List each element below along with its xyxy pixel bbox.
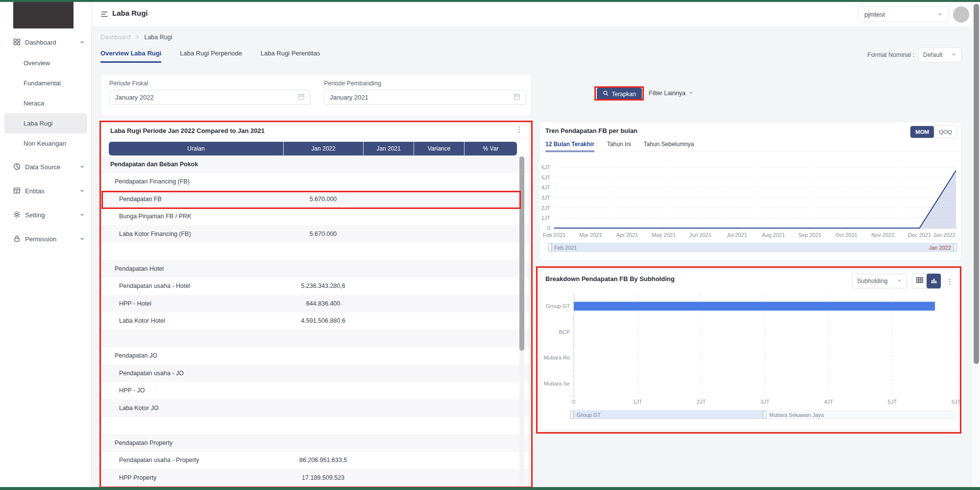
- sidebar-item-laba-rugi[interactable]: Laba Rugi: [4, 113, 87, 133]
- avatar[interactable]: [953, 6, 969, 23]
- svg-text:2JT: 2JT: [541, 205, 551, 211]
- svg-text:Mutiara Ro: Mutiara Ro: [543, 355, 570, 361]
- toggle-qoq[interactable]: QOQ: [934, 126, 957, 138]
- table-row[interactable]: HPP - Hotel644.836.400: [102, 295, 529, 312]
- row-label: Pendapatan Financing (FB): [115, 178, 190, 185]
- sidebar: DashboardOverviewFundamentalNeracaLaba R…: [0, 2, 92, 487]
- row-label: HPP - Hotel: [119, 300, 151, 307]
- format-nominal-select[interactable]: Default: [918, 48, 961, 62]
- table-row[interactable]: Pendapatan usaha - Property86.206.951.63…: [102, 452, 529, 469]
- table-row[interactable]: Pendapatan Property: [102, 434, 529, 452]
- row-label: Pendapatan FB: [119, 196, 162, 203]
- column-header-jan-2022: Jan 2022: [283, 142, 363, 155]
- chevron-down-icon: [79, 210, 85, 219]
- svg-text:BCP: BCP: [559, 329, 570, 335]
- table-row[interactable]: Pendapatan JO: [102, 347, 529, 365]
- apply-button[interactable]: Terapkan: [597, 88, 642, 100]
- sidebar-item-entitas[interactable]: Entitas: [0, 180, 92, 202]
- collapse-menu-icon[interactable]: [100, 10, 108, 18]
- slider-right-handle[interactable]: [954, 243, 957, 252]
- tab-laba-rugi-perperiode[interactable]: Laba Rugi Perperiode: [180, 50, 242, 63]
- entity-icon: [13, 187, 21, 195]
- table-row[interactable]: Laba Kotor Hotel4.591.506.880,6: [102, 312, 529, 330]
- table-row[interactable]: HPP Property17.189.509.523: [102, 469, 529, 487]
- calendar-icon: [514, 93, 520, 102]
- table-scrollbar[interactable]: [519, 156, 524, 490]
- chevron-down-icon: [951, 52, 956, 58]
- table-view-button[interactable]: [912, 274, 927, 288]
- page-scrollbar-thumb[interactable]: [974, 4, 979, 364]
- breadcrumb: Dashboard > Laba Rugi: [100, 34, 172, 41]
- slider-left-handle[interactable]: [548, 243, 552, 252]
- table-row[interactable]: Pendapatan Hotel: [102, 260, 529, 278]
- apply-button-label: Terapkan: [612, 91, 636, 98]
- periode-fiskal-input[interactable]: January 2022: [109, 90, 311, 105]
- trend-range-slider[interactable]: Feb 2021 Jan 2022: [549, 243, 956, 252]
- user-dropdown-value: pjmtest: [864, 11, 937, 18]
- user-dropdown[interactable]: pjmtest: [858, 6, 949, 22]
- table-row[interactable]: Pendapatan usaha - JO: [102, 364, 529, 382]
- tab-laba-rugi-perentitas[interactable]: Laba Rugi Perentitas: [261, 50, 320, 63]
- trend-tab-12-bulan-terakhir[interactable]: 12 Bulan Terakhir: [545, 141, 594, 152]
- window-border-top: [0, 0, 980, 2]
- sidebar-item-setting[interactable]: Setting: [0, 204, 92, 226]
- row-label: Pendapatan Property: [115, 439, 172, 446]
- table-row[interactable]: Bunga Pinjaman FB / PRK: [102, 208, 529, 226]
- table-row[interactable]: Pendapatan usaha - Hotel5.236.343.280,6: [102, 278, 529, 295]
- slider-selected-range[interactable]: [572, 411, 765, 419]
- slider-end-label: Jan 2022: [929, 245, 951, 251]
- svg-text:0: 0: [547, 225, 550, 231]
- table-grid-icon: [916, 276, 924, 286]
- trend-tab-tahun-sebelumnya[interactable]: Tahun Sebelumnya: [644, 141, 694, 152]
- svg-text:1JT: 1JT: [633, 399, 642, 405]
- grid-icon: [13, 38, 21, 46]
- chart-view-button[interactable]: [927, 274, 941, 288]
- pl-table-body: Pendapatan dan Beban PokokPendapatan Fin…: [102, 155, 529, 487]
- table-row[interactable]: Laba Kotor Financing (FB)5.670.000: [102, 225, 529, 243]
- format-nominal-label: Format Nominal :: [867, 52, 914, 58]
- svg-text:3JT: 3JT: [760, 399, 770, 405]
- sidebar-item-non-keuangan[interactable]: Non Keuangan: [0, 133, 92, 154]
- sidebar-item-dashboard[interactable]: Dashboard: [0, 31, 92, 53]
- sidebar-item-data-source[interactable]: Data Source: [0, 156, 92, 178]
- sidebar-item-permission[interactable]: Permission: [0, 228, 92, 250]
- main-tabs: Overview Laba RugiLaba Rugi PerperiodeLa…: [100, 50, 320, 63]
- table-row[interactable]: Pendapatan FB5.670.000: [102, 190, 529, 208]
- table-row[interactable]: Pendapatan Financing (FB): [102, 173, 529, 191]
- subholding-select[interactable]: Subholding: [852, 274, 907, 288]
- sidebar-item-label: Dashboard: [25, 39, 79, 46]
- kebab-menu-icon[interactable]: ⋮: [515, 126, 523, 133]
- table-row[interactable]: [102, 330, 529, 347]
- divider: [102, 138, 529, 138]
- tab-overview-laba-rugi[interactable]: Overview Laba Rugi: [100, 50, 161, 63]
- bar-group-gt[interactable]: [574, 302, 935, 310]
- kebab-menu-icon[interactable]: ⋮: [946, 278, 954, 285]
- row-value-jan-2022: 5.670.000: [283, 231, 363, 237]
- svg-text:May 2021: May 2021: [652, 232, 675, 238]
- window-border-bottom: [0, 487, 980, 490]
- table-row[interactable]: HPP - JO: [102, 382, 529, 400]
- row-label: Pendapatan JO: [115, 352, 157, 359]
- page-scrollbar[interactable]: [973, 2, 980, 487]
- table-scrollbar-thumb[interactable]: [519, 156, 524, 351]
- row-value-jan-2022: 86.206.951.633,5: [283, 457, 363, 464]
- sidebar-item-neraca[interactable]: Neraca: [0, 93, 92, 113]
- breakdown-range-slider[interactable]: Group GT Mutiara Sekawan Jaya: [571, 411, 956, 419]
- trend-tab-tahun-ini[interactable]: Tahun Ini: [607, 141, 631, 152]
- table-row[interactable]: Laba Kotor JO: [102, 399, 529, 417]
- table-row[interactable]: [102, 417, 529, 435]
- slider-left-handle[interactable]: [570, 411, 574, 419]
- periode-pembanding-input[interactable]: January 2021: [324, 90, 526, 105]
- sidebar-item-fundamental[interactable]: Fundamental: [0, 73, 92, 93]
- slider-right-handle[interactable]: [763, 411, 766, 419]
- trend-line-chart: 01JT2JT3JT4JT5JT6JTFeb 2021Mar 2021Apr 2…: [539, 155, 962, 244]
- sidebar-item-overview[interactable]: Overview: [0, 53, 92, 73]
- more-filters-link[interactable]: Filter Lainnya: [649, 90, 694, 97]
- table-row[interactable]: [102, 243, 529, 260]
- calendar-icon: [298, 93, 305, 102]
- toggle-mom[interactable]: MOM: [910, 126, 934, 138]
- slider-selected-range[interactable]: [550, 243, 956, 252]
- breadcrumb-parent[interactable]: Dashboard: [100, 34, 130, 41]
- table-row[interactable]: Pendapatan dan Beban Pokok: [102, 155, 529, 173]
- slider-start-label: Feb 2021: [554, 245, 577, 251]
